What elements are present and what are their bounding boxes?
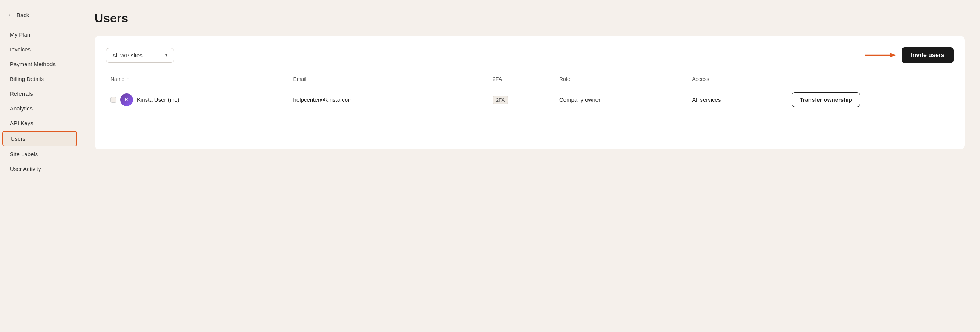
col-header-name: Name ↑ [106,72,289,86]
back-button[interactable]: ← Back [0,8,80,27]
sidebar-item-site-labels[interactable]: Site Labels [2,147,77,161]
user-access-cell: All services [688,86,788,113]
sort-ascending-icon[interactable]: ↑ [127,77,129,82]
col-header-access: Access [688,72,788,86]
2fa-badge: 2FA [493,96,508,104]
table-row: K Kinsta User (me) helpcenter@kinsta.com… [106,86,953,113]
table-body: K Kinsta User (me) helpcenter@kinsta.com… [106,86,953,113]
user-email-cell: helpcenter@kinsta.com [289,86,488,113]
user-name-cell: K Kinsta User (me) [106,86,289,113]
avatar: K [120,94,133,106]
top-bar: All WP sites ▾ Invite users [106,47,953,63]
sidebar-item-analytics[interactable]: Analytics [2,101,77,115]
dropdown-label: All WP sites [112,52,143,59]
arrow-icon [865,51,896,59]
users-table: Name ↑ Email 2FA Role Access [106,72,953,113]
sidebar-item-payment-methods[interactable]: Payment Methods [2,57,77,71]
row-checkbox[interactable] [110,97,116,103]
sidebar-item-billing-details[interactable]: Billing Details [2,72,77,86]
site-filter-dropdown[interactable]: All WP sites ▾ [106,48,174,63]
content-card: All WP sites ▾ Invite users Name ↑ [94,36,965,149]
col-header-email: Email [289,72,488,86]
sidebar-item-api-keys[interactable]: API Keys [2,116,77,130]
sidebar-item-referrals[interactable]: Referrals [2,87,77,100]
sidebar-item-my-plan[interactable]: My Plan [2,28,77,41]
col-header-role: Role [555,72,688,86]
invite-area: Invite users [865,47,953,63]
invite-users-button[interactable]: Invite users [902,47,953,63]
sidebar-item-user-activity[interactable]: User Activity [2,162,77,176]
user-action-cell: Transfer ownership [787,86,953,113]
transfer-ownership-button[interactable]: Transfer ownership [792,92,860,107]
back-label: Back [17,12,29,18]
chevron-down-icon: ▾ [165,52,167,58]
col-header-2fa: 2FA [488,72,555,86]
user-role-cell: Company owner [555,86,688,113]
svg-marker-1 [890,53,896,57]
sidebar-item-invoices[interactable]: Invoices [2,42,77,56]
sidebar-item-users[interactable]: Users [2,131,77,146]
user-2fa-cell: 2FA [488,86,555,113]
back-arrow-icon: ← [8,11,14,18]
page-title: Users [94,11,965,25]
main-content: Users All WP sites ▾ Invite users [80,0,980,332]
sidebar: ← Back My Plan Invoices Payment Methods … [0,0,80,332]
user-display-name: Kinsta User (me) [137,97,180,103]
table-header: Name ↑ Email 2FA Role Access [106,72,953,86]
col-header-action [787,72,953,86]
